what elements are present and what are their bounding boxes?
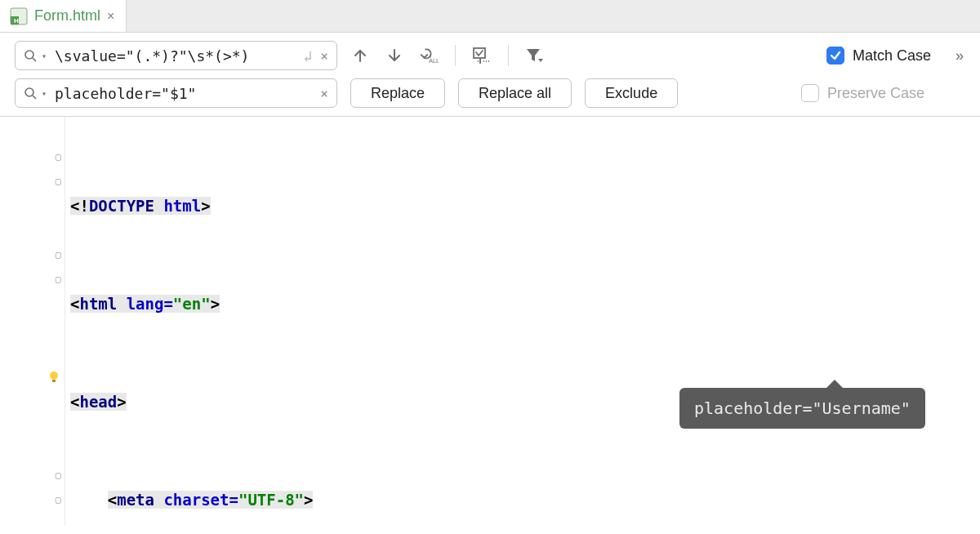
svg-line-4 [33,58,36,61]
replace-button[interactable]: Replace [350,78,445,108]
match-case-option[interactable]: Match Case [826,47,931,65]
code-line: <meta charset="UTF-8"> [65,487,980,512]
search-icon [24,87,37,100]
preserve-case-checkbox[interactable] [801,84,819,102]
tab-filename: Form.html [34,7,100,24]
toolbar-separator [455,45,456,66]
svg-rect-17 [52,380,56,382]
editor-area: ▢ ▢ ▢ ▢ ▢ ▢ <!DOCTYPE html> <html lang="… [0,117,980,526]
find-row: ▾ \svalue="(.*)?"\s*(>*) ↲ × ALL [15,41,965,70]
filter-icon[interactable] [525,46,545,65]
fold-icon[interactable]: ▢ [56,274,61,284]
svg-point-16 [50,372,58,380]
svg-marker-12 [527,49,540,61]
add-selection-icon[interactable] [472,46,492,65]
fold-icon[interactable]: ▢ [56,176,61,186]
clear-find-icon[interactable]: × [320,48,328,64]
replace-all-button[interactable]: Replace all [458,78,572,108]
toolbar-separator [508,45,509,66]
replace-history-icon[interactable]: ▾ [42,89,47,98]
svg-point-3 [25,51,33,59]
intention-bulb-icon[interactable] [47,370,61,385]
fold-icon[interactable]: ▢ [56,250,61,260]
fold-icon[interactable]: ▢ [56,470,61,480]
code-editor[interactable]: <!DOCTYPE html> <html lang="en"> <head> … [65,117,980,526]
find-replace-panel: ▾ \svalue="(.*)?"\s*(>*) ↲ × ALL [0,33,980,117]
replace-value: placeholder="$1" [55,85,312,102]
enter-icon: ↲ [304,47,313,65]
svg-text:H: H [14,17,19,24]
select-all-icon[interactable]: ALL [419,46,439,65]
prev-match-icon[interactable] [350,46,370,65]
preserve-case-label: Preserve Case [827,85,924,102]
replace-input[interactable]: ▾ placeholder="$1" × [15,78,337,108]
fold-icon[interactable]: ▢ [56,495,61,505]
file-tab[interactable]: H Form.html × [0,0,127,32]
svg-line-15 [33,96,36,99]
search-history-icon[interactable]: ▾ [42,51,47,60]
search-icon [24,49,37,62]
svg-marker-13 [538,59,543,62]
close-tab-icon[interactable]: × [107,10,114,23]
gutter: ▢ ▢ ▢ ▢ ▢ ▢ [0,117,65,526]
svg-point-14 [25,88,33,96]
code-line: <!DOCTYPE html> [65,194,980,218]
exclude-button[interactable]: Exclude [585,78,678,108]
find-input[interactable]: ▾ \svalue="(.*)?"\s*(>*) ↲ × [15,41,337,70]
html-file-icon: H [10,7,28,25]
svg-rect-8 [474,48,485,58]
replace-preview-tooltip: placeholder="Username" [679,388,925,429]
tab-strip: H Form.html × [0,0,980,33]
find-nav-icons: ALL [350,45,545,66]
fold-icon[interactable]: ▢ [56,152,61,162]
more-options-icon[interactable]: » [956,47,965,65]
replace-row: ▾ placeholder="$1" × Replace Replace all… [15,78,965,108]
find-value: \svalue="(.*)?"\s*(>*) [55,47,298,65]
next-match-icon[interactable] [385,46,404,65]
svg-text:ALL: ALL [429,57,439,65]
clear-replace-icon[interactable]: × [320,86,328,101]
match-case-label: Match Case [853,47,931,65]
code-line: <html lang="en"> [65,291,980,316]
preserve-case-option[interactable]: Preserve Case [801,84,924,102]
match-case-checkbox[interactable] [826,47,844,65]
